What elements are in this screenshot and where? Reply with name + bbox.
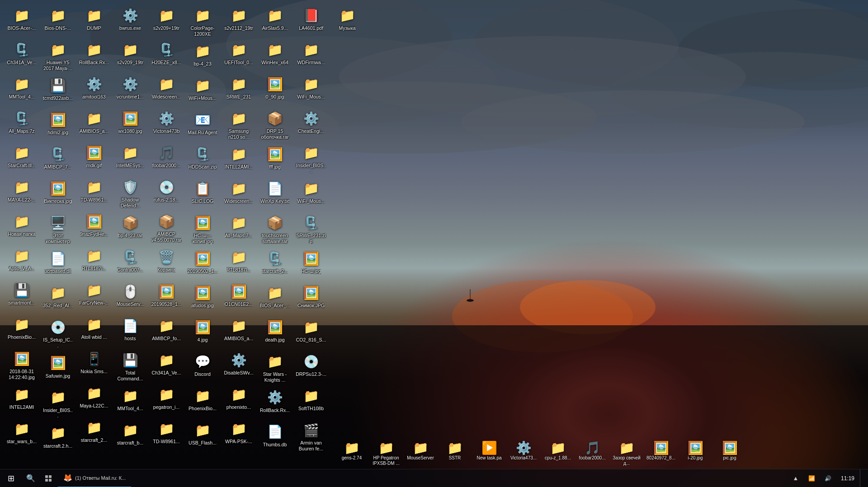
desktop-icon-td_w8961b[interactable]: 📁 TD-W8961... xyxy=(149,418,184,450)
system-clock[interactable]: 11:19 xyxy=(837,469,858,487)
desktop-icon-starcraft_ill[interactable]: 📁 StarCraft-Ill... xyxy=(5,142,39,174)
desktop-icon-mail_ru[interactable]: 📧 Mail.Ru Agent xyxy=(185,109,220,141)
desktop-icon-s2v2209_19tr[interactable]: 📁 s2v209+19tr xyxy=(149,5,184,37)
desktop-icon-huawei_y5[interactable]: 📁 Huawei Y5 2017 Maya-... xyxy=(41,39,75,73)
desktop-icon-slic_log[interactable]: 📋 SLIC.LOG xyxy=(185,178,220,210)
taskbar-pinned-hp_pegatron[interactable]: 📁 HP Pegatron IPXSB-DM ... xyxy=(369,439,403,468)
desktop-icon-softth108b[interactable]: 📁 SoftTH108b xyxy=(294,385,328,417)
desktop-icon-touchscreen[interactable]: 📦 touchscreen software.rar xyxy=(258,212,292,246)
desktop-icon-amibcp_fo2[interactable]: 📁 AMIBCP_fo... xyxy=(149,315,184,347)
desktop-icon-uefitool_0[interactable]: 📁 UEFITool_0... xyxy=(222,39,256,71)
desktop-icon-vcruntime1[interactable]: ⚙️ vcruntime1... xyxy=(113,73,147,106)
desktop-icon-safuwin[interactable]: 🖼️ Safuwin.jpg xyxy=(41,352,75,385)
desktop-icon-mmtool4_4[interactable]: 📁 MMTool_4... xyxy=(113,385,147,417)
desktop-icon-intel2ami[interactable]: 📁 INTEL2AMI xyxy=(5,384,39,416)
desktop-icon-star_wars_b[interactable]: 📁 star_wars_b... xyxy=(5,418,39,450)
desktop-icon-insider_bi0s[interactable]: 📁 Insider_BI0S... xyxy=(41,387,75,421)
desktop-icon-is_setup_ic[interactable]: 💿 IS_Setup_IC... xyxy=(41,316,75,350)
desktop-icon-contra007[interactable]: 🗜️ Contra007... xyxy=(113,246,147,279)
desktop-icon-aptio_v_a[interactable]: 📁 Aptio_V_A... xyxy=(5,245,39,277)
taskbar-pinned-victoria473[interactable]: ⚙️ Victoria473... xyxy=(506,439,541,468)
desktop-icon-wpa_psk[interactable]: 📁 WPA-PSK-... xyxy=(222,418,256,450)
desktop-icon-all_maps_7[interactable]: 📁 All_Maps.7... xyxy=(222,212,256,244)
desktop-icon-hc_sh_jpg[interactable]: 🖼️ HC-ш.jpg xyxy=(294,248,328,280)
desktop-icon-wifimous[interactable]: 📁 WiFi+Mous... xyxy=(185,75,220,107)
desktop-icon-smartmont[interactable]: 💾 smartmont... xyxy=(5,279,39,312)
desktop-icon-starcraft_2_[interactable]: 🗜️ starcraft_2... xyxy=(258,248,292,280)
browser-taskbar-item[interactable]: 🦊 (1) Ответы Mail.ru: К... xyxy=(58,469,131,487)
tray-expand[interactable]: ▲ xyxy=(788,469,803,487)
desktop-icon-rtl8187l2[interactable]: 📁 RTL8187l... xyxy=(222,246,256,279)
desktop-icon-wdfirmwa[interactable]: 📁 WDFirmwa... xyxy=(294,39,328,71)
desktop-icon-snimok_jpg[interactable]: 🖼️ Снимок.JPG xyxy=(294,282,328,314)
desktop-icon-mouseserv[interactable]: 🖱️ MouseServ... xyxy=(113,281,147,313)
desktop-icon-h20eze_x8[interactable]: 🗜️ H20EZE_x8... xyxy=(149,39,184,71)
desktop-icon-bios_acer[interactable]: 📁 BIOS-Acer-... xyxy=(5,5,39,37)
desktop-icon-0_90_jpg[interactable]: 🖼️ 0_90.jpg xyxy=(258,73,292,106)
desktop-icon-victoria473b[interactable]: ⚙️ Victona473b xyxy=(149,108,184,140)
desktop-icon-bwrus_exe[interactable]: ⚙️ bwrus.exe xyxy=(113,5,147,37)
desktop-icon-s2v2112_19tr[interactable]: 📁 s2v2112_19tr xyxy=(222,5,256,37)
desktop-icon-date_jpg[interactable]: 🖼️ 2018-08-31 14:22:40.jpg xyxy=(5,348,39,382)
desktop-icon-bp4_23[interactable]: 📁 bp-4_23 xyxy=(185,40,220,73)
desktop-icon-amibios_a2[interactable]: 📁 AMIBIOS_a... xyxy=(222,315,256,347)
desktop-icon-snazfyd[interactable]: 🖼️ 9nazFydHe... xyxy=(77,211,111,243)
desktop-icon-phoenix_bio2[interactable]: 📁 PhoenixBio... xyxy=(185,385,220,417)
desktop-icon-bp4_23_rar[interactable]: 📦 bp-4_23.rar xyxy=(113,212,147,244)
desktop-icon-srwe_231[interactable]: 📁 SRWE_231 xyxy=(222,73,256,106)
desktop-icon-disableswv[interactable]: ⚙️ DisableSWv... xyxy=(222,349,256,382)
desktop-icon-muzyka[interactable]: 📁 Музыка xyxy=(330,5,364,37)
desktop-icon-hc_sh[interactable]: 🖼️ HC-ш— копия.jpg xyxy=(185,212,220,246)
desktop-icon-pegatron_i[interactable]: 📁 pegatron_i... xyxy=(149,384,184,416)
desktop-icon-20190502_1[interactable]: 🖼️ 20190502_1... xyxy=(185,248,220,280)
taskbar-pinned-foobar2000b[interactable]: 🎵 foobar2000... xyxy=(575,439,609,468)
desktop-icon-death_jpg[interactable]: 🖼️ death.jpg xyxy=(258,316,292,349)
desktop-icon-vikyeska[interactable]: 🖼️ Виктеска.jpg xyxy=(41,178,75,210)
desktop-icon-srwe_231_zip[interactable]: 🗜️ SRWE_231.zip xyxy=(294,212,328,246)
desktop-icon-maya_l22c[interactable]: 📁 Maya-L22C... xyxy=(77,382,111,415)
desktop-icon-fff_jpg[interactable]: 🖼️ fff.jpg xyxy=(258,143,292,176)
desktop-icon-la4601_pdf[interactable]: 📕 LA4601.pdf xyxy=(294,5,328,37)
desktop-icon-o1cn01e2[interactable]: 🖼️ O1CN01E2... xyxy=(222,281,256,313)
desktop-icon-samsung_n210[interactable]: 📁 Samsung n210 so... xyxy=(222,108,256,141)
desktop-icon-rollback_rx2[interactable]: ⚙️ RollBack.Rx... xyxy=(258,387,292,419)
desktop-icon-widescreen2[interactable]: 📁 Widescreen... xyxy=(222,178,256,210)
desktop-icon-20190528_1[interactable]: 🖼️ 20190528_1... xyxy=(149,281,184,313)
desktop-icon-intel2ami2[interactable]: 📁 INTEL2AMI... xyxy=(222,143,256,176)
desktop-icon-hdmi2_jpg[interactable]: 🖼️ hdmi2.jpg xyxy=(41,109,75,141)
taskbar-pinned-pic_jpg[interactable]: 🖼️ pic.jpg xyxy=(712,439,747,468)
desktop-icon-thumbs_db[interactable]: 📄 Thumbs.db xyxy=(258,421,292,454)
desktop-icon-rufus_218[interactable]: 💿 rufus-2.18... xyxy=(149,176,184,209)
taskbar-pinned-mouseserver[interactable]: 📁 MouseServer xyxy=(403,439,438,468)
show-desktop[interactable] xyxy=(860,469,863,487)
desktop-icon-drp15[interactable]: 📦 DRP 15 оболочка.rar xyxy=(258,108,292,141)
desktop-icon-phoenix_bio[interactable]: 📁 PhoenixBio... xyxy=(5,314,39,346)
desktop-icon-farcrynew[interactable]: 📁 FarCryNew-... xyxy=(77,279,111,312)
taskbar-pinned-sstr[interactable]: 📁 SSTR xyxy=(438,439,472,468)
desktop-icon-korzina[interactable]: 🗑️ Корзина xyxy=(149,246,184,279)
desktop-icon-usb_flash[interactable]: 📁 USB_Flash... xyxy=(185,419,220,452)
desktop-icon-dump[interactable]: 📁 DUMP xyxy=(77,5,111,37)
desktop-icon-phoenixto[interactable]: 📁 phoenixto... xyxy=(222,384,256,416)
desktop-icon-airslax5_9[interactable]: 📁 AirSlax5.9... xyxy=(258,5,292,37)
desktop-icon-star_wars_k[interactable]: 📁 Star Wars - Knights ... xyxy=(258,351,292,384)
desktop-icon-starcraft2[interactable]: 📁 starcraft_2... xyxy=(77,417,111,449)
taskbar-pinned-new_task[interactable]: ▶️ New task.pa xyxy=(472,439,506,468)
desktop-icon-ch341a_ve2[interactable]: 📁 Ch341A_Ve... xyxy=(149,349,184,382)
search-button[interactable]: 🔍 xyxy=(22,469,40,487)
tray-volume[interactable]: 🔊 xyxy=(821,469,835,487)
desktop-icon-rtl8187l[interactable]: 📁 RTL8187l... xyxy=(77,245,111,277)
taskbar-pinned-i20_jpg[interactable]: 🖼️ i-20.jpg xyxy=(678,439,712,468)
desktop-icon-hddscan[interactable]: 🗜️ HDDScan.zip xyxy=(185,143,220,176)
taskbar-pinned-80240972_8[interactable]: 🖼️ 80240972_8... xyxy=(644,439,678,468)
desktop-icon-insider_bi0s2[interactable]: 📁 Insider_BI0S... xyxy=(294,142,328,176)
desktop-icon-winxp_key[interactable]: 📄 WinXp Key.txt xyxy=(258,178,292,210)
task-view-button[interactable] xyxy=(40,469,58,487)
desktop-icon-amibios_a[interactable]: 📁 AMIBIOS_a... xyxy=(77,108,111,140)
desktop-icon-rollback_rx[interactable]: 📁 RollBack.Rx... xyxy=(77,39,111,71)
desktop-icon-shadow_def[interactable]: 🛡️ Shadow Defend... xyxy=(113,176,147,210)
desktop-icon-ucrtbased[interactable]: 📄 ucrtbased.dll xyxy=(41,248,75,280)
desktop-icon-intelmes[interactable]: 📁 IntelMESys... xyxy=(113,142,147,174)
desktop-icon-amibcp_fo[interactable]: 📦 AMiBCP v4.55.0070.rar xyxy=(149,211,184,244)
desktop-icon-armin_van[interactable]: 🎬 Armin van Buuren fe... xyxy=(294,419,328,453)
